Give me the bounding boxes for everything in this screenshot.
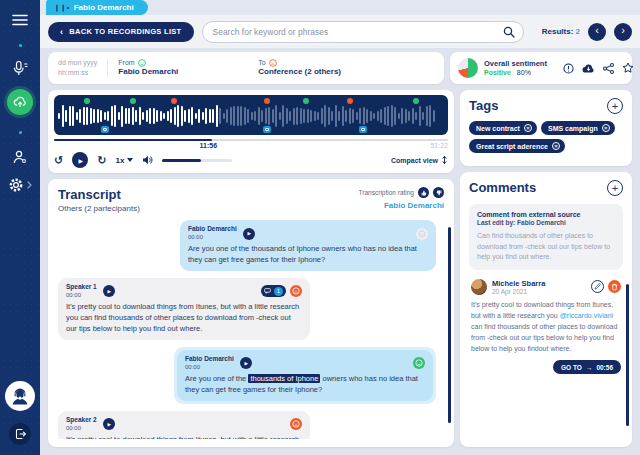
waveform-comment-marker[interactable] bbox=[101, 126, 109, 133]
external-comment: Comment from external source Last edit b… bbox=[469, 204, 623, 270]
add-tag-button[interactable]: + bbox=[607, 98, 623, 114]
comment-body: It's pretty cool to download things from… bbox=[471, 300, 621, 354]
comments-panel: Comments + Comment from external source … bbox=[460, 172, 632, 447]
negative-moment-marker[interactable] bbox=[347, 98, 353, 104]
remove-tag-icon[interactable]: × bbox=[552, 142, 560, 150]
rewind-icon[interactable]: ↺ bbox=[54, 155, 63, 166]
results-value: 2 bbox=[576, 27, 580, 36]
back-button-label: BACK TO RECORDINGS LIST bbox=[69, 27, 181, 36]
download-cloud-icon[interactable] bbox=[582, 63, 595, 74]
search-icon[interactable] bbox=[503, 26, 515, 38]
goto-timestamp-button[interactable]: GO TO → 00:56 bbox=[553, 360, 621, 374]
contacts-icon[interactable] bbox=[12, 149, 28, 165]
divider bbox=[107, 59, 108, 77]
recording-tab[interactable]: ❙❙• Fabio Demarchi bbox=[46, 0, 148, 15]
waveform-comment-marker[interactable] bbox=[263, 126, 271, 133]
tag-chip[interactable]: New contract × bbox=[469, 121, 537, 135]
transcript-message[interactable]: Fabio Demarchi 00:00 ▶ bbox=[180, 220, 436, 271]
recording-meta-row: dd mon yyyy hh:mm:ss From Fabio Demarchi bbox=[48, 52, 632, 84]
negative-sentiment-icon bbox=[290, 418, 302, 430]
transcript-scrollbar[interactable] bbox=[448, 227, 451, 423]
transcript-message[interactable]: Speaker 2 00:00 ▶ bbox=[58, 411, 310, 440]
remove-tag-icon[interactable]: × bbox=[524, 124, 532, 132]
negative-moment-marker[interactable] bbox=[264, 98, 270, 104]
settings-icon[interactable] bbox=[8, 177, 32, 193]
results-label: Results: bbox=[542, 27, 574, 36]
chevron-left-icon: ‹ bbox=[60, 27, 63, 37]
user-mention[interactable]: @riccardo.viviani bbox=[560, 312, 613, 319]
message-play-button[interactable]: ▶ bbox=[243, 228, 255, 240]
transcript-panel: Transcript Others (2 partecipants) Trans… bbox=[48, 179, 454, 447]
search-bar bbox=[202, 21, 524, 43]
sentiment-summary: Overall sentiment Positive80% bbox=[484, 59, 547, 78]
thumbs-up-icon[interactable] bbox=[418, 187, 429, 198]
edit-comment-button[interactable] bbox=[591, 280, 604, 293]
message-comments-badge[interactable]: 1 bbox=[261, 285, 286, 297]
call-datetime: dd mon yyyy hh:mm:ss bbox=[58, 58, 97, 78]
transcript-message[interactable]: Speaker 1 00:00 ▶ 1 bbox=[58, 278, 310, 340]
total-time: 51:22 bbox=[430, 142, 448, 149]
transcript-participants: Others (2 partecipants) bbox=[58, 204, 140, 213]
comments-scrollbar[interactable] bbox=[626, 284, 629, 426]
positive-moment-marker[interactable] bbox=[130, 98, 136, 104]
compact-view-label: Compact view bbox=[391, 157, 438, 164]
thumbs-down-icon[interactable] bbox=[433, 187, 444, 198]
delete-comment-button[interactable] bbox=[608, 280, 621, 293]
message-play-button[interactable]: ▶ bbox=[103, 418, 115, 430]
from-value: Fabio Demarchi bbox=[118, 67, 178, 77]
message-play-button[interactable]: ▶ bbox=[240, 357, 252, 369]
transcript-messages: Fabio Demarchi 00:00 ▶ bbox=[58, 220, 444, 439]
trash-icon bbox=[611, 283, 618, 291]
commenter-avatar bbox=[471, 279, 487, 295]
sentiment-label: Overall sentiment bbox=[484, 59, 547, 69]
sad-face-icon bbox=[269, 59, 277, 67]
external-comment-body: Can find thousands of other places to do… bbox=[477, 231, 615, 263]
message-play-button[interactable]: ▶ bbox=[103, 285, 115, 297]
current-time: 11:56 bbox=[200, 142, 218, 149]
agent-name: Fabio Demarchi bbox=[359, 201, 444, 210]
share-icon[interactable] bbox=[603, 63, 614, 74]
logout-icon[interactable] bbox=[9, 423, 31, 445]
agent-avatar[interactable] bbox=[5, 381, 35, 411]
playback-speed-select[interactable]: 1x bbox=[115, 156, 133, 165]
star-icon[interactable] bbox=[622, 62, 634, 74]
notification-dot bbox=[19, 131, 22, 134]
neutral-sentiment-icon bbox=[416, 228, 428, 240]
record-upload-icon[interactable] bbox=[7, 89, 33, 115]
waveform-comment-marker[interactable] bbox=[359, 126, 367, 133]
speed-value: 1x bbox=[115, 156, 124, 165]
tag-label: Great script aderence bbox=[476, 143, 548, 150]
positive-sentiment-icon bbox=[413, 357, 425, 369]
next-result-button[interactable]: › bbox=[614, 23, 632, 41]
user-comment: Michele Sbarra 20 Apr 2021 bbox=[469, 279, 623, 375]
forward-icon[interactable]: ↻ bbox=[97, 155, 106, 166]
tag-chip[interactable]: Great script aderence × bbox=[469, 139, 565, 153]
message-text: It's pretty cool to download things from… bbox=[66, 435, 302, 439]
message-text: Are you one of the thousands of Iphone o… bbox=[188, 244, 428, 266]
remove-tag-icon[interactable]: × bbox=[602, 124, 610, 132]
commenter-name: Michele Sbarra bbox=[492, 279, 545, 289]
waveform[interactable] bbox=[54, 95, 448, 135]
volume-slider[interactable] bbox=[162, 159, 232, 162]
transcript-title: Transcript bbox=[58, 187, 140, 202]
compact-view-toggle[interactable]: Compact view bbox=[391, 155, 448, 165]
play-button[interactable]: ▶ bbox=[72, 152, 88, 168]
message-speaker: Speaker 1 bbox=[66, 283, 97, 291]
message-speaker: Fabio Demarchi bbox=[185, 355, 234, 363]
previous-result-button[interactable]: ‹ bbox=[588, 23, 606, 41]
microphone-icon[interactable] bbox=[12, 60, 28, 76]
message-text: Are you one of the thousands of Iphone o… bbox=[185, 374, 425, 396]
progress-fill bbox=[54, 139, 212, 141]
transcript-message[interactable]: Fabio Demarchi 00:00 ▶ bbox=[177, 350, 433, 401]
sidebar bbox=[0, 0, 40, 455]
info-icon[interactable] bbox=[563, 63, 574, 74]
expand-collapse-icon bbox=[441, 155, 448, 165]
call-from: From Fabio Demarchi bbox=[118, 58, 178, 77]
add-comment-button[interactable]: + bbox=[607, 180, 623, 196]
tag-chip[interactable]: SMS campaign × bbox=[541, 121, 615, 135]
search-input[interactable] bbox=[202, 21, 524, 43]
tags-title: Tags bbox=[469, 98, 498, 113]
volume-icon[interactable] bbox=[142, 155, 153, 165]
back-to-recordings-button[interactable]: ‹ BACK TO RECORDINGS LIST bbox=[48, 22, 194, 42]
menu-icon[interactable] bbox=[12, 14, 28, 26]
